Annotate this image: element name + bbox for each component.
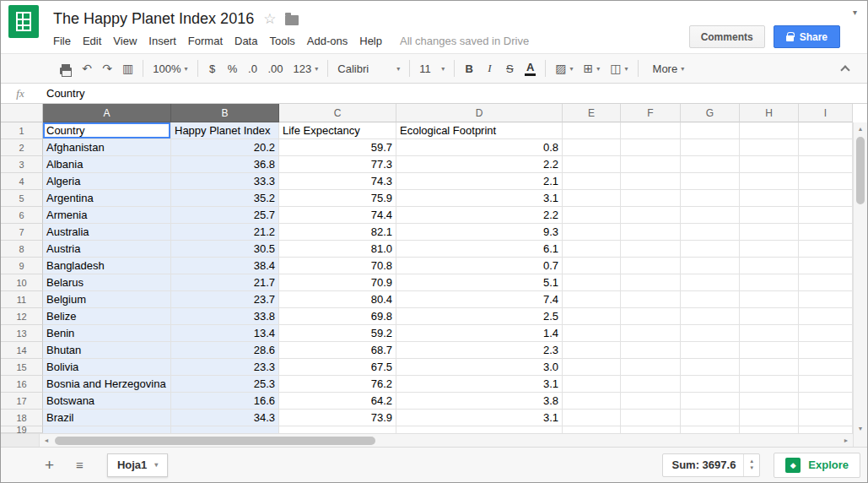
cell-C1[interactable]: Life Expectancy [279,122,396,139]
cell-D6[interactable]: 2.2 [396,207,563,224]
cell-H12[interactable] [740,308,799,325]
column-header-a[interactable]: A [43,104,171,122]
cell-G17[interactable] [681,393,740,410]
cell-E7[interactable] [563,224,621,241]
cell-C4[interactable]: 74.3 [279,173,396,190]
cell-D7[interactable]: 9.3 [396,224,563,241]
cell-B15[interactable]: 23.3 [171,359,279,376]
column-header-c[interactable]: C [279,104,396,122]
column-header-f[interactable]: F [621,104,681,122]
cell-F1[interactable] [621,122,681,139]
menu-data[interactable]: Data [229,32,263,50]
cell-A13[interactable]: Benin [43,325,171,342]
row-header-12[interactable]: 12 [1,308,43,325]
cell-B6[interactable]: 25.7 [171,207,279,224]
cell-E12[interactable] [563,308,621,325]
cell-E9[interactable] [563,258,621,274]
cell-D11[interactable]: 7.4 [396,291,563,308]
bold-button[interactable]: B [459,57,479,79]
cell-G18[interactable] [681,410,740,426]
sheet-tab[interactable]: Hoja1 ▾ [107,453,168,477]
cell-C2[interactable]: 59.7 [279,139,396,156]
column-header-b[interactable]: B [171,104,279,122]
cell-G5[interactable] [681,190,740,207]
cell-G14[interactable] [681,342,740,359]
cell-I2[interactable] [799,139,853,156]
cell-H15[interactable] [740,359,799,376]
cell-I3[interactable] [799,156,853,173]
cell-H6[interactable] [740,207,799,224]
cell-I15[interactable] [799,359,853,376]
cell-B2[interactable]: 20.2 [171,139,279,156]
cell-C18[interactable]: 73.9 [279,410,396,426]
row-header-5[interactable]: 5 [1,190,43,207]
column-header-d[interactable]: D [396,104,563,122]
cell-E8[interactable] [563,241,621,258]
undo-button[interactable]: ↶ [77,57,97,79]
cell-G3[interactable] [681,156,740,173]
cell-G4[interactable] [681,173,740,190]
cell-C19[interactable] [279,426,396,433]
cell-D16[interactable]: 3.1 [396,376,563,393]
cell-F11[interactable] [621,291,681,308]
cell-I9[interactable] [799,258,853,274]
merge-cells-button[interactable]: ◫▾ [605,57,633,79]
menu-view[interactable]: View [107,32,143,50]
cell-G2[interactable] [681,139,740,156]
cell-D12[interactable]: 2.5 [396,308,563,325]
cell-B12[interactable]: 33.8 [171,308,279,325]
cell-C14[interactable]: 68.7 [279,342,396,359]
cell-F9[interactable] [621,258,681,274]
cell-G16[interactable] [681,376,740,393]
cell-E6[interactable] [563,207,621,224]
cell-C12[interactable]: 69.8 [279,308,396,325]
row-header-6[interactable]: 6 [1,207,43,224]
cell-H9[interactable] [740,258,799,274]
cell-E3[interactable] [563,156,621,173]
row-header-19[interactable]: 19 [1,426,43,433]
cell-I6[interactable] [799,207,853,224]
row-header-15[interactable]: 15 [1,359,43,376]
cell-C7[interactable]: 82.1 [279,224,396,241]
cell-F17[interactable] [621,393,681,410]
scroll-down-icon[interactable]: ▼ [854,426,867,431]
cell-A9[interactable]: Bangladesh [43,258,171,274]
cell-B17[interactable]: 16.6 [171,393,279,410]
cell-A18[interactable]: Brazil [43,410,171,426]
cell-C17[interactable]: 64.2 [279,393,396,410]
cell-I8[interactable] [799,241,853,258]
decrease-decimal-button[interactable]: .0 [243,57,263,79]
cell-F19[interactable] [621,426,681,433]
cell-B10[interactable]: 21.7 [171,274,279,291]
cell-F10[interactable] [621,274,681,291]
add-sheet-button[interactable]: + [36,456,62,475]
cell-A8[interactable]: Austria [43,241,171,258]
cell-D5[interactable]: 3.1 [396,190,563,207]
cell-F16[interactable] [621,376,681,393]
cell-G1[interactable] [681,122,740,139]
row-header-2[interactable]: 2 [1,139,43,156]
cell-H1[interactable] [740,122,799,139]
document-title[interactable]: The Happy Planet Index 2016 [53,10,254,28]
scroll-right-icon[interactable]: ► [839,437,853,443]
cell-C5[interactable]: 75.9 [279,190,396,207]
cell-G11[interactable] [681,291,740,308]
cell-A15[interactable]: Bolivia [43,359,171,376]
cell-H17[interactable] [740,393,799,410]
cell-H16[interactable] [740,376,799,393]
menu-addons[interactable]: Add-ons [301,32,353,50]
cell-A12[interactable]: Belize [43,308,171,325]
cell-I1[interactable] [799,122,853,139]
cell-H14[interactable] [740,342,799,359]
cell-D15[interactable]: 3.0 [396,359,563,376]
cell-H18[interactable] [740,410,799,426]
print-button[interactable] [55,57,77,79]
cell-I14[interactable] [799,342,853,359]
strikethrough-button[interactable]: S [499,57,520,79]
cell-C10[interactable]: 70.9 [279,274,396,291]
cell-F13[interactable] [621,325,681,342]
cell-F7[interactable] [621,224,681,241]
cell-B5[interactable]: 35.2 [171,190,279,207]
column-header-e[interactable]: E [563,104,621,122]
number-format-button[interactable]: 123▾ [288,57,324,79]
